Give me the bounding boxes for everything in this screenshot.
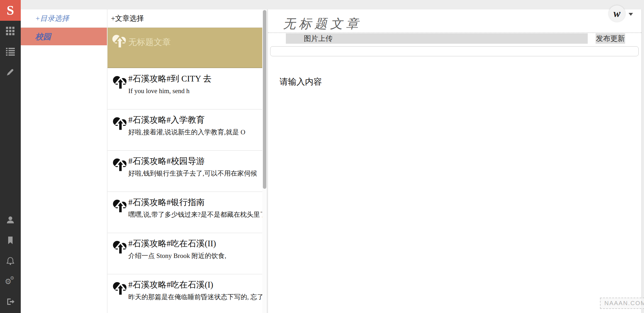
editor-content-area[interactable]: 请输入内容 [268, 60, 641, 313]
sidebar-item-logout[interactable] [0, 291, 21, 312]
article-list-item[interactable]: #石溪攻略#银行指南 嘿嘿,说,带了多少钱过来?是不是都藏在枕头里了 [108, 192, 267, 233]
sidebar-bottom-icons: ⚙⚙ [0, 210, 21, 312]
article-title: #石溪攻略#到 CITY 去 [128, 74, 264, 84]
cloud-upload-icon [111, 278, 130, 299]
cloud-upload-icon [111, 114, 130, 134]
user-avatar[interactable]: w [609, 5, 625, 22]
list-icon [6, 47, 15, 56]
pencil-icon [6, 68, 15, 76]
directory-item-campus[interactable]: 校园 [21, 28, 107, 45]
article-subtitle: 介绍一点 Stony Brook 附近的饮食, [128, 252, 264, 260]
sidebar-top-icons [0, 21, 21, 82]
article-list: 无标题文章 #石溪攻略#到 CITY 去 If you love him, se… [108, 28, 267, 313]
article-panel: +文章选择 无标题文章 #石溪攻略#到 CITY 去 If you love h… [108, 9, 267, 313]
dotted-divider [268, 32, 641, 33]
gears-icon: ⚙⚙ [6, 277, 15, 286]
avatar-letter: w [613, 8, 620, 19]
article-list-item[interactable]: #石溪攻略#到 CITY 去 If you love him, send h [108, 68, 267, 109]
cloud-upload-icon [111, 31, 129, 51]
sidebar-item-bookmarks[interactable] [0, 230, 21, 250]
sidebar-item-apps[interactable] [0, 21, 21, 41]
cloud-upload-icon [111, 237, 130, 257]
article-title: #石溪攻略#入学教育 [128, 115, 264, 125]
logout-icon [6, 297, 15, 306]
article-title: #石溪攻略#银行指南 [128, 197, 264, 208]
chevron-down-icon[interactable] [629, 13, 633, 16]
apps-grid-icon [6, 27, 15, 36]
article-select-header[interactable]: +文章选择 [108, 9, 267, 28]
article-list-item-selected[interactable]: 无标题文章 [108, 28, 267, 68]
cloud-upload-icon [111, 72, 130, 92]
directory-select-header[interactable]: +目录选择 [21, 9, 107, 28]
bookmark-icon [6, 236, 15, 245]
article-list-scrollbar[interactable] [263, 10, 266, 189]
article-select-label: +文章选择 [111, 14, 144, 23]
app-logo[interactable]: S [0, 0, 21, 21]
article-subtitle: 好啦,接着灌,说说新生的入学教育,就是 O [128, 128, 264, 136]
publish-update-button[interactable]: 发布更新 [596, 33, 625, 44]
directory-panel: +目录选择 校园 [21, 9, 107, 313]
article-list-scrollbar-track [262, 9, 267, 313]
article-list-item[interactable]: #石溪攻略#吃在石溪(II) 介绍一点 Stony Brook 附近的饮食, [108, 233, 267, 274]
article-list-item[interactable]: #石溪攻略#入学教育 好啦,接着灌,说说新生的入学教育,就是 O [108, 109, 267, 150]
editor-panel: 无标题文章 图片上传 发布更新 请输入内容 [268, 9, 642, 313]
icon-sidebar: S [0, 0, 21, 313]
cloud-upload-icon [111, 196, 130, 216]
directory-item-label: 校园 [35, 31, 51, 42]
article-title: #石溪攻略#校园导游 [128, 156, 264, 166]
article-list-item[interactable]: #石溪攻略#吃在石溪(I) 昨天的那篇是在俺临睡前昏迷状态下写的, 忘了交 [108, 274, 267, 313]
sidebar-item-notifications[interactable] [0, 250, 21, 271]
article-subtitle: 嘿嘿,说,带了多少钱过来?是不是都藏在枕头里了 [128, 210, 264, 219]
page-title: 无标题文章 [283, 15, 362, 32]
sidebar-item-settings[interactable]: ⚙⚙ [0, 271, 21, 291]
cloud-upload-icon [111, 155, 130, 175]
article-title-input[interactable] [270, 46, 639, 56]
article-title: #石溪攻略#吃在石溪(II) [128, 238, 264, 249]
content-placeholder: 请输入内容 [280, 76, 322, 87]
article-subtitle: If you love him, send h [128, 87, 264, 95]
article-title: 无标题文章 [128, 33, 264, 48]
watermark: NAAAN.COM [600, 298, 644, 309]
article-title: #石溪攻略#吃在石溪(I) [128, 280, 264, 290]
image-upload-button[interactable]: 图片上传 [286, 33, 588, 44]
user-icon [6, 215, 15, 224]
article-list-item[interactable]: #石溪攻略#校园导游 好啦,钱到银行生孩子去了,可以不用在家伺候 [108, 150, 267, 192]
sidebar-item-edit[interactable] [0, 62, 21, 82]
app-root: S [0, 0, 644, 313]
directory-select-label: +目录选择 [35, 14, 69, 23]
sidebar-item-list[interactable] [0, 41, 21, 62]
article-subtitle: 昨天的那篇是在俺临睡前昏迷状态下写的, 忘了交 [128, 293, 264, 301]
sidebar-item-profile[interactable] [0, 210, 21, 230]
article-subtitle: 好啦,钱到银行生孩子去了,可以不用在家伺候 [128, 169, 264, 177]
bell-icon [6, 256, 15, 265]
